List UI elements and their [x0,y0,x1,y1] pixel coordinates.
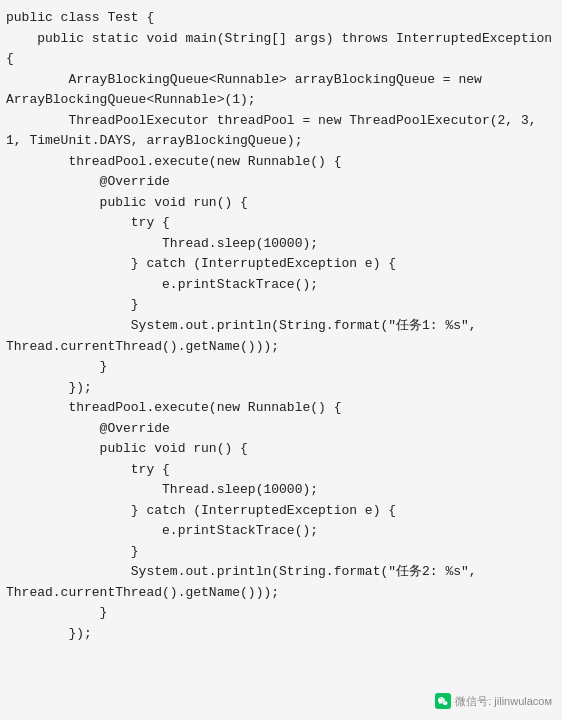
wechat-icon [435,693,451,709]
code-block: public class Test { public static void m… [6,8,556,644]
code-container: public class Test { public static void m… [0,0,562,720]
watermark: 微信号: jilinwulacом [435,693,552,710]
watermark-label: 微信号: jilinwulacом [455,693,552,710]
